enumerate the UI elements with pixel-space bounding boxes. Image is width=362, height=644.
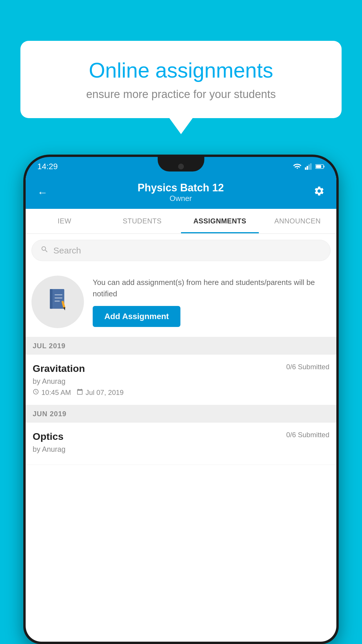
svg-rect-1 bbox=[307, 166, 308, 170]
notebook-icon bbox=[45, 286, 71, 317]
svg-rect-10 bbox=[55, 298, 62, 299]
clock-icon bbox=[33, 388, 39, 397]
section-header-jun: JUN 2019 bbox=[26, 405, 336, 423]
status-time: 14:29 bbox=[37, 162, 58, 171]
svg-rect-3 bbox=[310, 163, 312, 170]
phone-inner: 14:29 bbox=[26, 157, 336, 642]
svg-rect-6 bbox=[316, 165, 321, 168]
calendar-icon bbox=[77, 388, 83, 397]
battery-icon bbox=[315, 164, 325, 169]
promo-section: You can add assignment(s) from here and … bbox=[26, 267, 336, 337]
assignment-title-optics: Optics bbox=[33, 431, 64, 442]
search-placeholder: Search bbox=[53, 246, 81, 256]
speech-bubble-title: Online assignments bbox=[41, 58, 321, 82]
tabs: IEW STUDENTS ASSIGNMENTS ANNOUNCEN bbox=[26, 209, 336, 234]
assignment-submitted-gravitation: 0/6 Submitted bbox=[286, 363, 329, 371]
speech-bubble: Online assignments ensure more practice … bbox=[20, 41, 342, 118]
wifi-icon bbox=[293, 163, 301, 170]
header-title-group: Physics Batch 12 Owner bbox=[48, 182, 314, 203]
svg-marker-13 bbox=[63, 307, 66, 311]
header-title: Physics Batch 12 bbox=[48, 182, 314, 194]
notch bbox=[158, 157, 204, 172]
gear-icon bbox=[314, 186, 325, 197]
section-header-jul: JUL 2019 bbox=[26, 337, 336, 355]
tab-announcements[interactable]: ANNOUNCEN bbox=[259, 209, 337, 233]
svg-rect-9 bbox=[55, 294, 62, 295]
speech-bubble-arrow bbox=[169, 118, 193, 134]
svg-rect-8 bbox=[50, 289, 52, 309]
time-value-gravitation: 10:45 AM bbox=[41, 388, 71, 397]
svg-rect-5 bbox=[324, 166, 324, 167]
tab-assignments[interactable]: ASSIGNMENTS bbox=[181, 209, 259, 233]
search-icon bbox=[41, 245, 49, 256]
status-bar: 14:29 bbox=[26, 157, 336, 176]
assignment-item-gravitation[interactable]: Gravitation 0/6 Submitted by Anurag 10:4… bbox=[26, 355, 336, 405]
status-icons bbox=[293, 163, 325, 170]
assignment-submitted-optics: 0/6 Submitted bbox=[286, 431, 329, 439]
assignment-author-gravitation: by Anurag bbox=[33, 377, 329, 386]
svg-rect-0 bbox=[305, 167, 306, 170]
svg-rect-11 bbox=[55, 301, 60, 302]
date-value-gravitation: Jul 07, 2019 bbox=[85, 388, 124, 397]
clock-svg bbox=[33, 388, 39, 395]
assignment-title-gravitation: Gravitation bbox=[33, 363, 85, 374]
assignment-top: Gravitation 0/6 Submitted bbox=[33, 363, 329, 374]
speech-bubble-subtitle: ensure more practice for your students bbox=[41, 88, 321, 101]
header-subtitle: Owner bbox=[48, 194, 314, 203]
promo-icon-circle bbox=[31, 276, 84, 328]
app-header: ← Physics Batch 12 Owner bbox=[26, 176, 336, 209]
screen-body: ← Physics Batch 12 Owner IEW STUDENTS bbox=[26, 176, 336, 642]
assignment-time-gravitation: 10:45 AM bbox=[33, 388, 71, 397]
calendar-svg bbox=[77, 388, 83, 395]
search-bar[interactable]: Search bbox=[31, 240, 331, 261]
svg-rect-2 bbox=[308, 164, 310, 170]
assignment-top-optics: Optics 0/6 Submitted bbox=[33, 431, 329, 442]
speech-bubble-container: Online assignments ensure more practice … bbox=[20, 41, 342, 134]
assignment-date-gravitation: Jul 07, 2019 bbox=[77, 388, 124, 397]
tab-students[interactable]: STUDENTS bbox=[103, 209, 181, 233]
assignment-meta-gravitation: 10:45 AM Jul 07, 2019 bbox=[33, 388, 329, 397]
notebook-svg bbox=[45, 286, 71, 313]
camera-dot bbox=[178, 164, 184, 169]
promo-content: You can add assignment(s) from here and … bbox=[93, 277, 331, 327]
tab-iew[interactable]: IEW bbox=[26, 209, 103, 233]
add-assignment-button[interactable]: Add Assignment bbox=[93, 306, 180, 327]
back-button[interactable]: ← bbox=[37, 186, 48, 199]
phone-frame: 14:29 bbox=[23, 155, 339, 644]
assignment-author-optics: by Anurag bbox=[33, 445, 329, 454]
settings-button[interactable] bbox=[314, 186, 325, 199]
signal-icon bbox=[305, 163, 312, 170]
magnifier-icon bbox=[41, 245, 49, 253]
assignment-item-optics[interactable]: Optics 0/6 Submitted by Anurag bbox=[26, 423, 336, 465]
promo-text: You can add assignment(s) from here and … bbox=[93, 277, 331, 300]
